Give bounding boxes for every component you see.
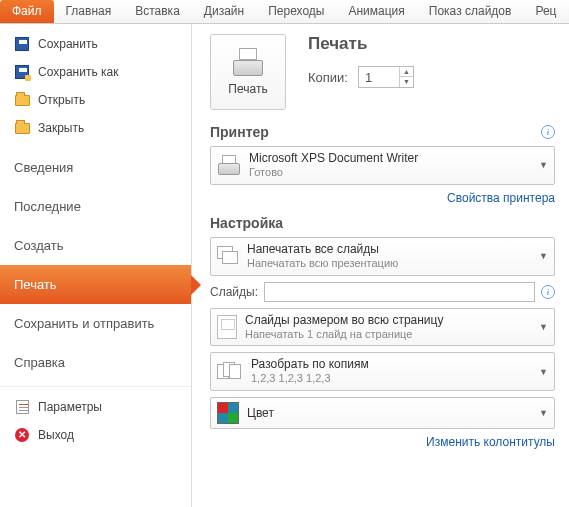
- print-button[interactable]: Печать: [210, 34, 286, 110]
- tab-file[interactable]: Файл: [0, 0, 54, 23]
- info-icon[interactable]: i: [541, 285, 555, 299]
- sidebar-label: Открыть: [38, 93, 85, 107]
- printer-heading: Принтер: [210, 124, 269, 140]
- sidebar-close[interactable]: Закрыть: [0, 114, 191, 142]
- drop-subtitle: Напечатать 1 слайд на странице: [245, 328, 531, 342]
- color-icon: [217, 402, 239, 424]
- settings-heading: Настройка: [210, 215, 283, 231]
- slides-icon: [217, 246, 239, 266]
- sidebar-label: Параметры: [38, 400, 102, 414]
- sidebar-label: Сохранить как: [38, 65, 118, 79]
- sidebar-exit[interactable]: ✕ Выход: [0, 421, 191, 449]
- copies-label: Копии:: [308, 70, 348, 85]
- collate-dropdown[interactable]: Разобрать по копиям 1,2,3 1,2,3 1,2,3 ▼: [210, 352, 555, 391]
- printer-properties-link[interactable]: Свойства принтера: [210, 191, 555, 205]
- drop-title: Цвет: [247, 406, 531, 421]
- print-button-label: Печать: [228, 82, 267, 96]
- sidebar-print[interactable]: Печать: [0, 265, 191, 304]
- sidebar-share[interactable]: Сохранить и отправить: [0, 304, 191, 343]
- tab-transitions[interactable]: Переходы: [256, 0, 336, 23]
- save-as-icon: [14, 64, 30, 80]
- color-dropdown[interactable]: Цвет ▼: [210, 397, 555, 429]
- info-icon[interactable]: i: [541, 125, 555, 139]
- sidebar-open[interactable]: Открыть: [0, 86, 191, 114]
- ribbon-tabs: Файл Главная Вставка Дизайн Переходы Ани…: [0, 0, 569, 24]
- folder-close-icon: [14, 120, 30, 136]
- tab-home[interactable]: Главная: [54, 0, 124, 23]
- printer-status: Готово: [249, 166, 531, 180]
- sidebar-label: Выход: [38, 428, 74, 442]
- drop-subtitle: 1,2,3 1,2,3 1,2,3: [251, 372, 531, 386]
- sidebar-info[interactable]: Сведения: [0, 148, 191, 187]
- sidebar-options[interactable]: Параметры: [0, 393, 191, 421]
- tab-insert[interactable]: Вставка: [123, 0, 192, 23]
- chevron-down-icon: ▼: [539, 367, 548, 377]
- chevron-down-icon: ▼: [539, 408, 548, 418]
- print-heading: Печать: [308, 34, 414, 54]
- chevron-down-icon: ▼: [539, 160, 548, 170]
- options-icon: [14, 399, 30, 415]
- copies-spinner[interactable]: 1 ▲ ▼: [358, 66, 414, 88]
- layout-dropdown[interactable]: Слайды размером во всю страницу Напечата…: [210, 308, 555, 347]
- sidebar-new[interactable]: Создать: [0, 226, 191, 265]
- printer-icon: [217, 155, 241, 175]
- tab-slideshow[interactable]: Показ слайдов: [417, 0, 524, 23]
- printer-name: Microsoft XPS Document Writer: [249, 151, 531, 166]
- sidebar-save-as[interactable]: Сохранить как: [0, 58, 191, 86]
- spinner-up[interactable]: ▲: [400, 67, 413, 77]
- slides-range-label: Слайды:: [210, 285, 258, 299]
- drop-title: Слайды размером во всю страницу: [245, 313, 531, 328]
- drop-title: Напечатать все слайды: [247, 242, 531, 257]
- tab-design[interactable]: Дизайн: [192, 0, 256, 23]
- copies-value: 1: [359, 70, 399, 85]
- tab-animations[interactable]: Анимация: [336, 0, 416, 23]
- drop-subtitle: Напечатать всю презентацию: [247, 257, 531, 271]
- sidebar-save[interactable]: Сохранить: [0, 30, 191, 58]
- drop-title: Разобрать по копиям: [251, 357, 531, 372]
- print-backstage: Печать Печать Копии: 1 ▲ ▼ Принтер: [192, 24, 569, 507]
- tab-review[interactable]: Рец: [523, 0, 568, 23]
- folder-open-icon: [14, 92, 30, 108]
- sidebar-help[interactable]: Справка: [0, 343, 191, 382]
- chevron-down-icon: ▼: [539, 251, 548, 261]
- sidebar-label: Сохранить: [38, 37, 98, 51]
- backstage-sidebar: Сохранить Сохранить как Открыть Закрыть …: [0, 24, 192, 507]
- slides-range-input[interactable]: [264, 282, 535, 302]
- spinner-down[interactable]: ▼: [400, 77, 413, 87]
- page-icon: [217, 315, 237, 339]
- exit-icon: ✕: [14, 427, 30, 443]
- chevron-down-icon: ▼: [539, 322, 548, 332]
- sidebar-recent[interactable]: Последние: [0, 187, 191, 226]
- sidebar-label: Закрыть: [38, 121, 84, 135]
- save-icon: [14, 36, 30, 52]
- print-what-dropdown[interactable]: Напечатать все слайды Напечатать всю пре…: [210, 237, 555, 276]
- edit-header-footer-link[interactable]: Изменить колонтитулы: [210, 435, 555, 449]
- printer-dropdown[interactable]: Microsoft XPS Document Writer Готово ▼: [210, 146, 555, 185]
- collate-icon: [217, 362, 243, 382]
- printer-icon: [231, 48, 265, 76]
